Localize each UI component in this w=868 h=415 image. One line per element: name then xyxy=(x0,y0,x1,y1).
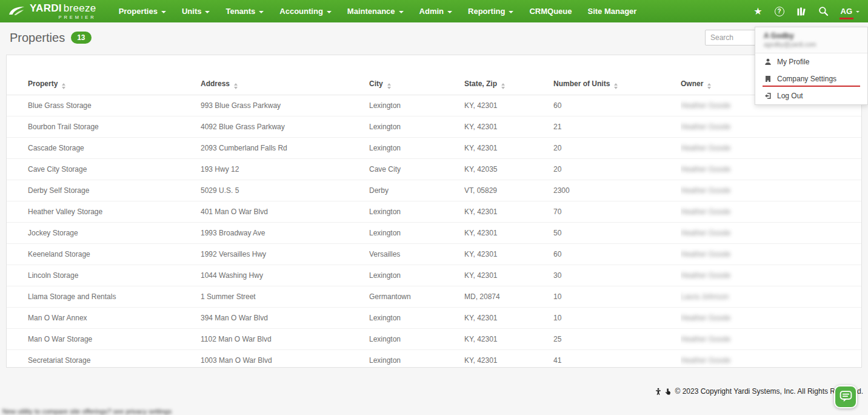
sort-icon xyxy=(501,83,505,89)
nav-item-properties[interactable]: Properties xyxy=(111,0,174,22)
cell-city: Lexington xyxy=(369,95,464,116)
menu-item-my-profile[interactable]: My Profile xyxy=(755,53,867,70)
cell-state-zip: KY, 42301 xyxy=(464,116,553,138)
page-header: Properties 13 xyxy=(0,22,868,53)
nav-item-label: Site Manager xyxy=(587,7,636,16)
owner-name-redacted: Heather Goode xyxy=(681,335,730,343)
cell-units: 50 xyxy=(553,223,681,244)
main-navigation: PropertiesUnitsTenantsAccountingMaintena… xyxy=(111,0,645,22)
nav-item-label: Properties xyxy=(119,7,158,16)
owner-name-redacted: Heather Goode xyxy=(681,144,730,152)
cell-property: Heather Valley Storage xyxy=(7,201,201,223)
cell-owner: Heather Goode xyxy=(681,244,861,265)
help-icon[interactable]: ? xyxy=(775,7,784,16)
cell-units: 41 xyxy=(553,350,681,368)
cell-units: 60 xyxy=(553,95,681,116)
nav-item-admin[interactable]: Admin xyxy=(412,0,460,22)
properties-table-card: PropertyAddressCityState, ZipNumber of U… xyxy=(6,55,862,368)
nav-item-site-manager[interactable]: Site Manager xyxy=(579,0,644,22)
nav-item-label: Accounting xyxy=(279,7,323,16)
yardi-breeze-logo[interactable]: YARDIbreeze PREMIER xyxy=(8,3,96,20)
cell-city: Lexington xyxy=(369,201,464,223)
sort-icon xyxy=(614,83,618,89)
table-row[interactable]: Man O War Storage1102 Man O War BlvdLexi… xyxy=(7,329,861,350)
chevron-down-icon xyxy=(447,11,452,13)
nav-item-label: Tenants xyxy=(225,7,255,16)
user-dropdown-menu: A Godby agodby@yardi.com My ProfileCompa… xyxy=(755,27,868,105)
column-header-city[interactable]: City xyxy=(369,76,464,95)
cell-owner: Heather Goode xyxy=(681,116,861,138)
table-row[interactable]: Heather Valley Storage401 Man O War Blvd… xyxy=(7,201,861,223)
nav-item-crmqueue[interactable]: CRMQueue xyxy=(521,0,579,22)
page-title: Properties xyxy=(10,31,65,45)
library-icon[interactable] xyxy=(796,7,806,16)
table-row[interactable]: Keeneland Storage1992 Versailles HwyVers… xyxy=(7,244,861,265)
brand-breeze: breeze xyxy=(64,2,96,14)
cell-address: 401 Man O War Blvd xyxy=(201,201,369,223)
cell-state-zip: VT, 05829 xyxy=(464,180,553,201)
table-row[interactable]: Blue Grass Storage993 Blue Grass Parkway… xyxy=(7,95,861,116)
cell-address: 1003 Man O War Blvd xyxy=(201,350,369,368)
nav-item-tenants[interactable]: Tenants xyxy=(218,0,272,22)
nav-item-label: Maintenance xyxy=(347,7,395,16)
table-row[interactable]: Llama Storage and Rentals1 Summer Street… xyxy=(7,286,861,308)
chevron-down-icon xyxy=(399,11,404,13)
table-row[interactable]: Secretariat Storage1003 Man O War BlvdLe… xyxy=(7,350,861,368)
cell-address: 394 Man O War Blvd xyxy=(201,308,369,329)
owner-name-redacted: Heather Goode xyxy=(681,356,730,365)
chevron-down-icon xyxy=(509,11,513,13)
cell-address: 4092 Blue Grass Parkway xyxy=(201,116,369,138)
column-header-property[interactable]: Property xyxy=(7,76,201,95)
accessibility-icon[interactable] xyxy=(655,388,661,396)
cell-owner: Heather Goode xyxy=(681,350,861,368)
menu-item-company-settings[interactable]: Company Settings xyxy=(755,70,867,87)
menu-item-label: My Profile xyxy=(777,58,809,66)
cell-address: 1992 Versailles Hwy xyxy=(201,244,369,265)
column-label: State, Zip xyxy=(464,79,497,88)
nav-item-accounting[interactable]: Accounting xyxy=(272,0,339,22)
table-row[interactable]: Bourbon Trail Storage4092 Blue Grass Par… xyxy=(7,116,861,138)
nav-item-maintenance[interactable]: Maintenance xyxy=(339,0,412,22)
nav-item-units[interactable]: Units xyxy=(174,0,218,22)
menu-item-log-out[interactable]: Log Out xyxy=(755,87,867,104)
cell-units: 10 xyxy=(553,308,681,329)
column-label: Address xyxy=(201,79,230,88)
cell-address: 1044 Washing Hwy xyxy=(201,265,369,286)
cell-state-zip: KY, 42301 xyxy=(464,201,553,223)
table-body: Blue Grass Storage993 Blue Grass Parkway… xyxy=(7,95,861,368)
table-row[interactable]: Lincoln Storage1044 Washing HwyLexington… xyxy=(7,265,861,286)
cell-units: 21 xyxy=(553,116,681,138)
cell-city: Cave City xyxy=(369,159,464,180)
cell-property: Derby Self Storage xyxy=(7,180,201,201)
user-menu-items: My ProfileCompany SettingsLog Out xyxy=(755,53,867,104)
chevron-down-icon xyxy=(161,11,166,13)
nav-item-reporting[interactable]: Reporting xyxy=(460,0,521,22)
cell-address: 1993 Broadway Ave xyxy=(201,223,369,244)
table-row[interactable]: Cave City Storage193 Hwy 12Cave CityKY, … xyxy=(7,159,861,180)
user-avatar-menu[interactable]: AG xyxy=(841,7,860,16)
table-row[interactable]: Derby Self Storage5029 U.S. 5DerbyVT, 05… xyxy=(7,180,861,201)
cursor-hand-icon xyxy=(665,388,671,396)
owner-name-redacted: Heather Goode xyxy=(681,250,730,258)
cell-address: 5029 U.S. 5 xyxy=(201,180,369,201)
live-chat-button[interactable] xyxy=(834,385,857,408)
search-icon[interactable] xyxy=(818,6,829,16)
column-header-address[interactable]: Address xyxy=(201,76,369,95)
table-row[interactable]: Man O War Annex394 Man O War BlvdLexingt… xyxy=(7,308,861,329)
column-header-number-of-units[interactable]: Number of Units xyxy=(553,76,681,95)
table-row[interactable]: Cascade Storage2093 Cumberland Falls RdL… xyxy=(7,138,861,159)
cell-state-zip: KY, 42301 xyxy=(464,329,553,350)
breeze-swoosh-icon xyxy=(8,5,25,17)
owner-name-redacted: Heather Goode xyxy=(681,123,730,131)
cell-property: Secretariat Storage xyxy=(7,350,201,368)
cell-units: 30 xyxy=(553,265,681,286)
cell-property: Lincoln Storage xyxy=(7,265,201,286)
redacted-note: New utility to compare site offerings? s… xyxy=(2,408,172,415)
chevron-down-icon xyxy=(327,11,332,13)
cell-owner: Heather Goode xyxy=(681,265,861,286)
column-header-state-zip[interactable]: State, Zip xyxy=(464,76,553,95)
favorites-star-icon[interactable]: ★ xyxy=(753,7,762,16)
footer: © 2023 Copyright Yardi Systems, Inc. All… xyxy=(655,387,863,396)
table-row[interactable]: Jockey Storage1993 Broadway AveLexington… xyxy=(7,223,861,244)
cell-address: 1102 Man O War Blvd xyxy=(201,329,369,350)
